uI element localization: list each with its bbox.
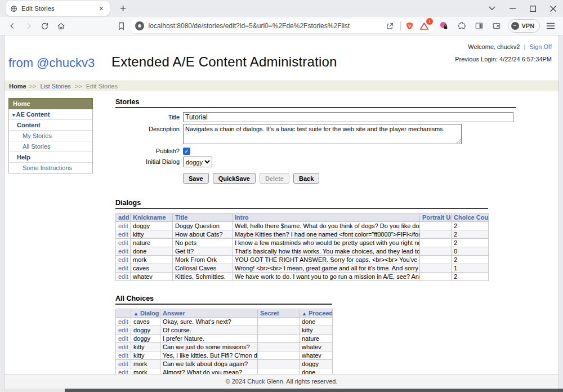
sidebar-item-help[interactable]: Help (9, 152, 92, 163)
menu-icon[interactable] (544, 19, 557, 33)
edit-link[interactable]: edit (118, 318, 128, 325)
edit-link[interactable]: edit (118, 360, 128, 367)
rewards-badge: 1 (426, 18, 433, 25)
breadcrumb-separator: >> (75, 83, 82, 90)
breadcrumb-home-link[interactable]: Home (9, 83, 26, 90)
choice-row-secret (258, 368, 300, 375)
stories-heading: Stories (115, 98, 516, 108)
tab-close-icon[interactable]: × (97, 4, 105, 13)
edit-link[interactable]: edit (118, 344, 128, 350)
choice-row-proceeds-to: doggy (300, 360, 333, 368)
dialog-row-title: No pets (173, 239, 233, 247)
sort-asc-icon: ▲ (302, 311, 307, 317)
url-bar[interactable]: localhost:8080/de/stories/edit?id=5&url0… (131, 19, 434, 33)
choice-row-dialog: caves (131, 318, 160, 326)
add-dialog-link[interactable]: add (118, 214, 129, 221)
sidebar-item-content[interactable]: Content (9, 120, 92, 131)
dialog-row: editdoggyDoggy QuestionWell, hello there… (116, 222, 489, 230)
brave-rewards-icon[interactable]: 1 (419, 20, 430, 32)
col-proceeds-to-sortable[interactable]: ▲Proceeds To (300, 309, 333, 318)
edit-link[interactable]: edit (118, 222, 128, 229)
edit-link[interactable]: edit (118, 369, 128, 374)
site-info-icon[interactable] (135, 21, 144, 30)
sidebar-item-my-stories[interactable]: My Stories (9, 131, 92, 141)
dialog-row-knickname: done (131, 247, 173, 256)
minimize-icon[interactable] (502, 0, 522, 17)
dialog-row-title: Collosal Caves (173, 264, 233, 273)
choice-row-answer: I prefer Nature. (160, 335, 258, 343)
back-icon[interactable] (6, 19, 19, 33)
sidebar-panel-icon[interactable] (472, 19, 486, 33)
welcome-text: Welcome, chuckv2 (468, 43, 520, 50)
col-intro: Intro (233, 213, 420, 222)
tab-list-icon[interactable] (482, 0, 502, 17)
vpn-button[interactable]: − VPN (508, 19, 540, 33)
page-title: Extended A/E Content Administration (111, 54, 337, 70)
title-field[interactable] (183, 112, 513, 122)
edit-link[interactable]: edit (118, 265, 128, 271)
main-content: Stories Title Description Navigates a ch… (115, 98, 516, 374)
dialog-row-title: Get It? (173, 247, 233, 256)
vpn-status-icon: − (511, 22, 519, 30)
col-choice-count: Choice Count (452, 213, 489, 222)
share-icon[interactable] (385, 20, 396, 32)
col-dialog-sortable[interactable]: ▲Dialog (131, 309, 160, 318)
browser-tab[interactable]: Edit Stories × (6, 1, 110, 16)
stories-section: Stories Title Description Navigates a ch… (115, 98, 516, 184)
dialog-row-portrait-url (420, 239, 452, 247)
dialog-row-intro: Well, hello there $name. What do you thi… (233, 222, 420, 230)
choice-row-dialog: kitty (131, 343, 160, 351)
col-secret: Secret (258, 309, 300, 318)
reload-icon[interactable] (38, 19, 52, 33)
dialog-row-intro: That's basically how this works. You mak… (233, 247, 420, 256)
brave-shield-icon[interactable] (404, 20, 415, 32)
choice-row-proceeds-to: kitty (300, 326, 333, 335)
edit-link[interactable]: edit (118, 335, 128, 342)
sign-off-link[interactable]: Sign Off (529, 43, 552, 50)
choice-row-dialog: mork (131, 360, 160, 368)
breadcrumb: Home >> List Stories >> Edit Stories (5, 81, 558, 91)
bookmark-icon[interactable] (115, 19, 128, 33)
dialog-row: editdoneGet It?That's basically how this… (116, 247, 489, 256)
dialog-row: editcavesCollosal CavesWrong! <br><br> I… (116, 264, 489, 273)
sidebar-item-all-stories[interactable]: All Stories (9, 141, 92, 152)
site-logo[interactable]: from @chuckv3 (8, 56, 95, 70)
sidebar: Home ▾AE Content Content My Stories All … (8, 98, 93, 374)
edit-link[interactable]: edit (118, 248, 128, 255)
wallet-card-icon[interactable] (490, 19, 503, 33)
edit-link[interactable]: edit (118, 231, 128, 238)
description-field[interactable]: Navigates a chain of dialogs. It's a bas… (183, 124, 462, 144)
home-icon[interactable] (55, 19, 68, 33)
choice-row-answer: Of course. (160, 326, 258, 335)
choice-row-answer: Can we talk about dogs again? (160, 360, 258, 368)
save-button[interactable]: Save (183, 173, 209, 184)
window-close-icon[interactable] (543, 0, 563, 17)
sidebar-item-ae-content[interactable]: ▾AE Content (9, 109, 92, 120)
choice-row: editdoggyI prefer Nature.nature (116, 335, 333, 343)
wallet-gradient-icon[interactable] (437, 19, 451, 33)
dialog-row-intro: I know a few mastminds who would be pret… (233, 239, 420, 247)
quicksave-button[interactable]: QuickSave (213, 173, 256, 184)
dialogs-section: Dialogs add Knickname Title Intro Portra… (115, 199, 488, 281)
maximize-icon[interactable] (522, 0, 543, 17)
sort-asc-icon: ▲ (133, 311, 138, 317)
dialog-row-choice-count: 2 (452, 239, 489, 247)
edit-link[interactable]: edit (118, 256, 128, 263)
publish-checkbox[interactable]: ✓ (183, 148, 190, 155)
extensions-icon[interactable] (455, 19, 468, 33)
new-tab-button[interactable]: + (117, 2, 129, 15)
edit-link[interactable]: edit (118, 239, 128, 246)
back-button[interactable]: Back (293, 173, 319, 184)
choice-row: editkittyCan we just do some missions?wh… (116, 343, 333, 351)
edit-link[interactable]: edit (118, 352, 128, 359)
breadcrumb-list-stories-link[interactable]: List Stories (40, 83, 70, 90)
initial-dialog-select[interactable]: doggy (183, 157, 212, 167)
forward-icon[interactable] (22, 19, 35, 33)
choice-row-dialog: doggy (131, 335, 160, 343)
edit-link[interactable]: edit (118, 327, 128, 333)
url-text[interactable]: localhost:8080/de/stories/edit?id=5&url0… (149, 22, 381, 30)
edit-link[interactable]: edit (118, 273, 128, 280)
sidebar-item-some-instructions[interactable]: Some Instructions (9, 163, 92, 173)
dialog-row-choice-count: 2 (452, 256, 489, 264)
account-divider: | (524, 43, 526, 50)
